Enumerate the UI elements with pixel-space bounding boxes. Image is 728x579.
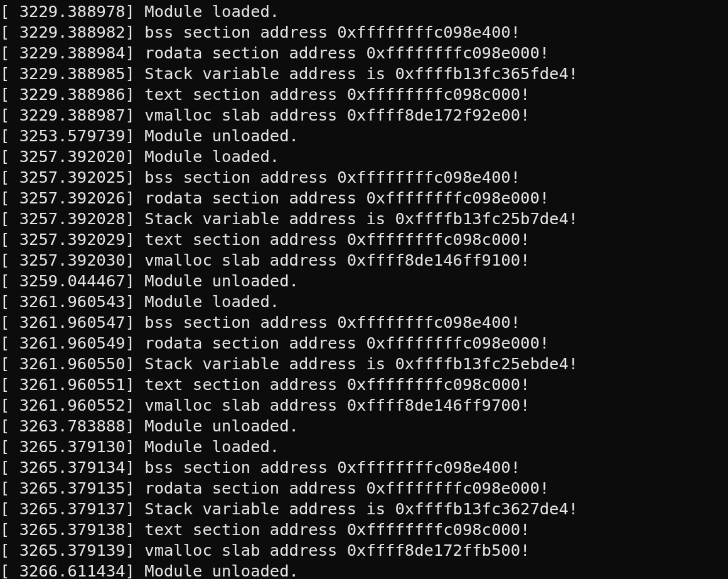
log-line: [ 3265.379134] bss section address 0xfff… <box>0 457 728 478</box>
log-line: [ 3265.379138] text section address 0xff… <box>0 519 728 540</box>
log-line: [ 3257.392025] bss section address 0xfff… <box>0 167 728 188</box>
log-line: [ 3265.379139] vmalloc slab address 0xff… <box>0 540 728 561</box>
log-line: [ 3265.379137] Stack variable address is… <box>0 499 728 519</box>
log-line: [ 3229.388985] Stack variable address is… <box>0 63 728 84</box>
log-line: [ 3229.388987] vmalloc slab address 0xff… <box>0 105 728 126</box>
log-line: [ 3261.960549] rodata section address 0x… <box>0 333 728 354</box>
log-line: [ 3265.379130] Module loaded. <box>0 436 728 457</box>
log-line: [ 3253.579739] Module unloaded. <box>0 126 728 146</box>
log-line: [ 3257.392029] text section address 0xff… <box>0 229 728 250</box>
log-line: [ 3265.379135] rodata section address 0x… <box>0 478 728 499</box>
log-line: [ 3229.388986] text section address 0xff… <box>0 84 728 105</box>
log-line: [ 3261.960543] Module loaded. <box>0 291 728 312</box>
log-line: [ 3257.392030] vmalloc slab address 0xff… <box>0 250 728 271</box>
terminal-output[interactable]: [ 3229.388978] Module loaded.[ 3229.3889… <box>0 0 728 579</box>
log-line: [ 3261.960552] vmalloc slab address 0xff… <box>0 395 728 416</box>
log-line: [ 3261.960550] Stack variable address is… <box>0 354 728 374</box>
log-line: [ 3259.044467] Module unloaded. <box>0 271 728 291</box>
log-line: [ 3261.960551] text section address 0xff… <box>0 374 728 395</box>
log-line: [ 3257.392026] rodata section address 0x… <box>0 188 728 208</box>
log-line: [ 3266.611434] Module unloaded. <box>0 561 728 579</box>
log-line: [ 3257.392028] Stack variable address is… <box>0 208 728 229</box>
log-line: [ 3257.392020] Module loaded. <box>0 146 728 167</box>
log-line: [ 3261.960547] bss section address 0xfff… <box>0 312 728 333</box>
log-line: [ 3229.388984] rodata section address 0x… <box>0 43 728 63</box>
log-line: [ 3229.388982] bss section address 0xfff… <box>0 22 728 43</box>
log-line: [ 3229.388978] Module loaded. <box>0 1 728 22</box>
log-line: [ 3263.783888] Module unloaded. <box>0 416 728 436</box>
